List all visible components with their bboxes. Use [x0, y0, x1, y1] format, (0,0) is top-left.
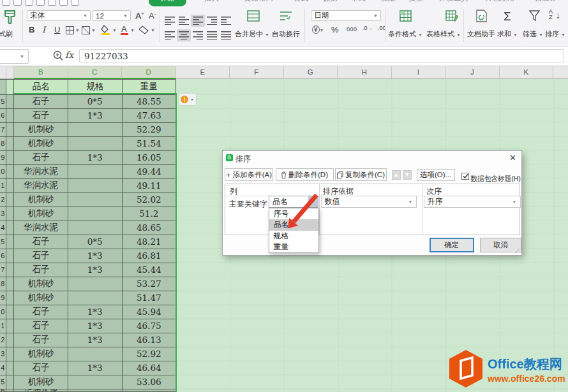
row-header[interactable]: 6: [0, 109, 6, 123]
row-header[interactable]: 5: [0, 375, 6, 389]
row-header[interactable]: 4: [0, 361, 6, 375]
align-icon[interactable]: [191, 29, 205, 41]
cell-A[interactable]: [6, 277, 15, 291]
cell-A[interactable]: [6, 333, 15, 347]
font-size-select[interactable]: 12▼: [93, 10, 131, 21]
format-painter-icon[interactable]: [3, 10, 19, 25]
menu-tab-8[interactable]: 特色应用: [485, 0, 514, 3]
cell-weight[interactable]: 49.44: [123, 165, 177, 179]
ok-button[interactable]: 确定: [430, 238, 474, 252]
cell-A[interactable]: [6, 179, 15, 193]
font-color-caret[interactable]: ▼: [130, 28, 135, 33]
cell-A[interactable]: [6, 193, 15, 207]
cell-spec[interactable]: [68, 221, 123, 235]
doc-assistant-icon[interactable]: [475, 10, 488, 22]
cell-name[interactable]: 华润水泥: [14, 221, 68, 235]
align-icon[interactable]: [219, 15, 233, 27]
wrap-text-icon[interactable]: [280, 10, 292, 22]
cell-A[interactable]: [6, 137, 15, 151]
cell-spec[interactable]: [68, 123, 123, 137]
cell-name[interactable]: 机制砂: [14, 137, 68, 151]
row-header[interactable]: 9: [0, 151, 6, 165]
sort-by-combobox[interactable]: 数值▼: [321, 196, 417, 208]
cell-A[interactable]: [6, 375, 15, 389]
cell-A[interactable]: [6, 389, 15, 392]
decrease-font-icon[interactable]: A-: [149, 11, 156, 20]
cell-weight[interactable]: 16.05: [123, 151, 177, 165]
align-icon[interactable]: [177, 15, 191, 27]
menu-tab-3[interactable]: 数据: [323, 0, 338, 3]
name-box[interactable]: ▼: [0, 49, 29, 64]
cell-spec[interactable]: [68, 291, 123, 305]
fill-color-caret[interactable]: ▼: [112, 28, 117, 33]
merge-center-label[interactable]: 合并居中 ▼: [235, 29, 269, 39]
row-header[interactable]: 4: [0, 221, 6, 235]
cell-weight[interactable]: 46.81: [123, 249, 177, 263]
row-header[interactable]: 6: [0, 249, 6, 263]
cell-name[interactable]: 石子: [14, 305, 68, 319]
column-header-C[interactable]: C: [68, 66, 123, 79]
column-header-D[interactable]: D: [122, 66, 176, 79]
cell-A[interactable]: [6, 123, 15, 137]
cell-weight[interactable]: 52.29: [123, 123, 177, 137]
cell-name[interactable]: 机制砂: [14, 193, 68, 207]
cell-name[interactable]: 石子: [14, 151, 68, 165]
column-header-I[interactable]: I: [392, 66, 446, 79]
column-header-H[interactable]: H: [338, 66, 392, 79]
align-icon[interactable]: [163, 29, 177, 41]
cell-spec[interactable]: [68, 137, 123, 151]
cell-spec[interactable]: [68, 207, 123, 221]
wrap-text-label[interactable]: 自动换行: [272, 29, 300, 39]
doc-assistant-label[interactable]: 文档助手: [467, 29, 495, 39]
eraser-icon[interactable]: [139, 25, 149, 34]
quick-access-icon[interactable]: [2, 0, 10, 6]
menu-tab-1[interactable]: 页面布局: [244, 0, 273, 3]
format-painter-label[interactable]: 格式刷: [0, 29, 13, 39]
error-badge[interactable]: !: [179, 94, 196, 105]
zoom-formula-icon[interactable]: [53, 50, 63, 61]
cell-weight[interactable]: 45.94: [123, 305, 177, 319]
header-checkbox-label[interactable]: 数据包含标题(H): [470, 174, 521, 184]
cell-weight[interactable]: 46.64: [123, 361, 177, 375]
cell-name[interactable]: 机制砂: [14, 207, 68, 221]
cell-spec[interactable]: [68, 179, 123, 193]
cell-weight[interactable]: 52.92: [123, 347, 177, 361]
align-icon[interactable]: [191, 15, 205, 27]
row-header[interactable]: 3: [0, 207, 6, 221]
column-header-J[interactable]: J: [445, 66, 500, 79]
move-down-button[interactable]: ▼: [403, 170, 412, 180]
menu-tab-6[interactable]: 安全: [408, 0, 423, 3]
increase-font-icon[interactable]: A+: [135, 11, 144, 21]
cell-name[interactable]: 石子: [14, 319, 68, 333]
cell-spec[interactable]: 0*5: [68, 235, 123, 249]
cell-A[interactable]: [6, 109, 15, 123]
quick-access-icon[interactable]: [48, 0, 56, 6]
fill-cells-icon[interactable]: [82, 26, 90, 34]
copy-condition-button[interactable]: 复制条件(C): [335, 168, 387, 181]
row-header[interactable]: 0: [0, 165, 6, 179]
cell-weight[interactable]: 48.55: [123, 95, 177, 109]
cell-weight[interactable]: 51.47: [123, 291, 177, 305]
cell-A[interactable]: [6, 95, 15, 109]
table-style-icon[interactable]: [445, 10, 458, 22]
row-header[interactable]: 8: [0, 137, 6, 151]
align-icon[interactable]: [205, 29, 219, 41]
quick-access-icon[interactable]: [13, 0, 22, 6]
align-icon[interactable]: [219, 29, 233, 41]
underline-button[interactable]: U: [54, 25, 60, 34]
row-header[interactable]: 3: [0, 347, 6, 361]
cell-name[interactable]: 机制砂: [14, 375, 68, 389]
borders-icon[interactable]: [66, 26, 74, 34]
currency-icon[interactable]: ¥▼: [312, 25, 324, 34]
cell-A[interactable]: [6, 361, 15, 375]
cell-A[interactable]: [6, 79, 15, 95]
cell-A[interactable]: [6, 207, 15, 221]
cell-spec[interactable]: 1*3: [68, 361, 123, 375]
font-name-select[interactable]: 宋体▼: [27, 10, 91, 21]
row-header[interactable]: 5: [0, 235, 6, 249]
quick-access-icon[interactable]: [59, 0, 68, 6]
column-header-L[interactable]: L: [553, 66, 568, 79]
cell-A[interactable]: [6, 221, 15, 235]
align-icon[interactable]: [205, 15, 219, 27]
filter-label[interactable]: 筛选 ▼: [523, 29, 543, 39]
